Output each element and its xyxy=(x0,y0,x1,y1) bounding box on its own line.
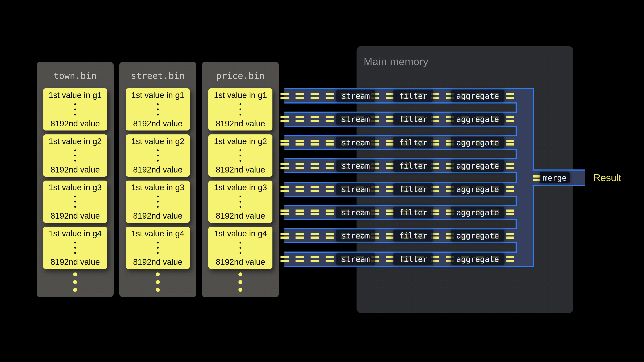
file-name: town.bin xyxy=(37,71,114,81)
block-first-value: 1st value in g1 xyxy=(131,91,184,100)
block-last-value: 8192nd value xyxy=(216,211,265,220)
pipeline-row: streamfilteraggregate xyxy=(284,252,517,267)
value-block: 1st value in g38192nd value xyxy=(126,181,190,223)
block-first-value: 1st value in g2 xyxy=(214,137,267,146)
file-name: street.bin xyxy=(119,71,196,81)
more-groups-dots xyxy=(119,273,196,292)
dot-icon xyxy=(157,252,159,254)
dot-icon xyxy=(74,103,76,105)
file-panel-street-bin: street.bin1st value in g18192nd value1st… xyxy=(119,62,196,297)
block-first-value: 1st value in g4 xyxy=(49,229,102,238)
dot-icon xyxy=(240,160,241,162)
block-first-value: 1st value in g3 xyxy=(131,183,184,192)
aggregate-operator-chip: aggregate xyxy=(451,230,504,242)
block-last-value: 8192nd value xyxy=(50,119,100,128)
stream-operator-chip: stream xyxy=(336,113,375,125)
value-block: 1st value in g38192nd value xyxy=(43,181,107,223)
dot-icon xyxy=(156,273,160,276)
filter-operator-chip: filter xyxy=(393,113,433,125)
pipeline-row: streamfilteraggregate xyxy=(284,205,517,220)
merge-tab: merge xyxy=(532,169,584,186)
stream-operator-chip: stream xyxy=(336,137,375,148)
file-panel-town-bin: town.bin1st value in g18192nd value1st v… xyxy=(37,62,114,297)
stream-operator-chip: stream xyxy=(336,90,375,102)
dot-icon xyxy=(156,288,160,292)
value-block: 1st value in g28192nd value xyxy=(126,134,190,177)
aggregate-operator-chip: aggregate xyxy=(451,207,504,218)
block-first-value: 1st value in g1 xyxy=(214,91,267,100)
value-block: 1st value in g18192nd value xyxy=(126,88,190,130)
ellipsis-dots xyxy=(157,103,159,115)
filter-operator-chip: filter xyxy=(393,230,433,242)
dot-icon xyxy=(74,149,76,151)
dot-icon xyxy=(157,247,159,249)
more-groups-dots xyxy=(37,273,114,292)
value-block: 1st value in g48192nd value xyxy=(208,227,272,269)
block-last-value: 8192nd value xyxy=(133,257,182,267)
dot-icon xyxy=(157,160,159,162)
more-groups-dots xyxy=(202,273,279,292)
value-block: 1st value in g28192nd value xyxy=(43,134,107,177)
value-block: 1st value in g48192nd value xyxy=(43,227,107,269)
stream-operator-chip: stream xyxy=(336,183,375,195)
block-first-value: 1st value in g3 xyxy=(49,183,102,192)
filter-operator-chip: filter xyxy=(393,183,433,195)
dot-icon xyxy=(74,108,76,110)
value-block: 1st value in g48192nd value xyxy=(126,227,190,269)
dot-icon xyxy=(74,252,76,254)
file-panel-price-bin: price.bin1st value in g18192nd value1st … xyxy=(202,62,279,297)
dot-icon xyxy=(157,196,159,197)
stream-operator-chip: stream xyxy=(336,253,375,265)
dot-icon xyxy=(73,280,77,284)
block-last-value: 8192nd value xyxy=(216,257,265,267)
filter-operator-chip: filter xyxy=(393,253,433,265)
dot-icon xyxy=(238,273,242,276)
dot-icon xyxy=(157,206,159,208)
value-blocks: 1st value in g18192nd value1st value in … xyxy=(208,88,272,269)
aggregate-operator-chip: aggregate xyxy=(451,253,504,265)
block-first-value: 1st value in g4 xyxy=(131,229,184,238)
filter-operator-chip: filter xyxy=(393,137,433,148)
block-last-value: 8192nd value xyxy=(50,165,100,174)
dot-icon xyxy=(240,114,241,115)
dot-icon xyxy=(157,155,159,156)
dot-icon xyxy=(240,149,241,151)
value-blocks: 1st value in g18192nd value1st value in … xyxy=(126,88,190,269)
dot-icon xyxy=(240,108,241,110)
ellipsis-dots xyxy=(74,196,76,208)
dot-icon xyxy=(156,280,160,284)
aggregate-operator-chip: aggregate xyxy=(451,113,504,125)
block-first-value: 1st value in g4 xyxy=(214,229,267,238)
dot-icon xyxy=(238,288,242,292)
block-first-value: 1st value in g1 xyxy=(49,91,102,100)
dot-icon xyxy=(157,149,159,151)
ellipsis-dots xyxy=(157,242,159,254)
file-name: price.bin xyxy=(202,71,279,81)
ellipsis-dots xyxy=(240,196,241,208)
aggregate-operator-chip: aggregate xyxy=(451,183,504,195)
aggregate-operator-chip: aggregate xyxy=(451,90,504,102)
merge-operator-chip: merge xyxy=(540,172,570,183)
dot-icon xyxy=(74,242,76,244)
pipeline-gap-notch xyxy=(284,150,517,158)
dot-icon xyxy=(240,201,241,203)
block-first-value: 1st value in g2 xyxy=(49,137,102,146)
dot-icon xyxy=(157,103,159,105)
dot-icon xyxy=(73,288,77,292)
dot-icon xyxy=(74,201,76,203)
ellipsis-dots xyxy=(240,242,241,254)
pipeline-gap-notch xyxy=(284,243,517,252)
pipeline-gap-notch xyxy=(284,197,517,205)
value-block: 1st value in g38192nd value xyxy=(208,181,272,223)
aggregate-operator-chip: aggregate xyxy=(451,137,504,148)
pipeline-row: streamfilteraggregate xyxy=(284,228,517,243)
value-block: 1st value in g28192nd value xyxy=(208,134,272,177)
value-block: 1st value in g18192nd value xyxy=(43,88,107,130)
dot-icon xyxy=(157,108,159,110)
dot-icon xyxy=(157,242,159,244)
dot-icon xyxy=(73,273,77,276)
main-memory-title: Main memory xyxy=(364,55,428,67)
pipeline-gap-notch xyxy=(284,173,517,182)
stream-operator-chip: stream xyxy=(336,160,375,172)
pipeline-gap-notch xyxy=(284,220,517,228)
